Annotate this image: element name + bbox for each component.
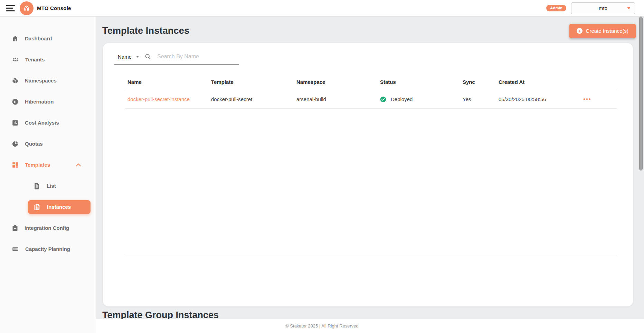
sidebar-item-label: Quotas <box>25 141 43 147</box>
namespace-cell: arsenal-build <box>294 96 378 102</box>
template-cell: docker-pull-secret <box>209 96 294 102</box>
search-input[interactable] <box>157 53 239 60</box>
table-empty-area <box>125 109 617 255</box>
sidebar-item-capacity-planning[interactable]: Capacity Planning <box>0 238 96 259</box>
sidebar-item-namespaces[interactable]: Namespaces <box>0 70 96 91</box>
tenant-dropdown-value: mto <box>599 5 607 11</box>
created-at-cell: 05/30/2025 00:58:56 <box>496 96 581 102</box>
sidebar-item-label: Tenants <box>25 57 45 62</box>
sidebar-item-hibernation[interactable]: Hibernation <box>0 91 96 112</box>
page-scrollbar-track[interactable] <box>638 17 644 333</box>
caret-down-icon <box>627 7 631 9</box>
page-title: Template Instances <box>102 26 189 36</box>
sidebar-item-templates[interactable]: Templates <box>0 154 96 175</box>
sidebar-item-label: Instances <box>47 204 71 210</box>
top-bar: MTO Console Admin mto <box>0 0 644 17</box>
hamburger-menu-icon[interactable] <box>6 5 15 11</box>
search-bar: Name <box>114 53 239 65</box>
bar-chart-icon <box>11 119 19 127</box>
sidebar-item-label: List <box>47 183 56 189</box>
sidebar-item-cost-analysis[interactable]: Cost Analysis <box>0 112 96 133</box>
role-badge: Admin <box>546 5 566 12</box>
pie-chart-icon <box>11 140 19 148</box>
copyright-text: © Stakater 2025 | All Right Reserved <box>285 323 359 329</box>
tenant-dropdown[interactable]: mto <box>571 2 635 14</box>
search-icon <box>144 53 151 60</box>
home-icon <box>11 35 19 42</box>
search-filter-dropdown[interactable]: Name <box>118 54 139 60</box>
instance-name-link[interactable]: docker-pull-secret-instance <box>125 96 209 102</box>
sidebar-item-templates-instances[interactable]: Instances <box>0 196 96 217</box>
sidebar-item-label: Cost Analysis <box>25 120 59 126</box>
barcode-icon <box>11 245 19 253</box>
sidebar-item-templates-list[interactable]: List <box>0 175 96 196</box>
create-instance-button-label: Create Instance(s) <box>586 28 628 34</box>
search-filter-value: Name <box>118 54 132 60</box>
sidebar-item-tenants[interactable]: Tenants <box>0 49 96 70</box>
grid-icon <box>11 161 19 169</box>
footer: © Stakater 2025 | All Right Reserved <box>0 319 644 333</box>
instances-card: Name Name Template Namespace Status Sync… <box>103 43 633 306</box>
table-row: docker-pull-secret-instance docker-pull-… <box>125 90 617 109</box>
logo-glyph-icon <box>22 4 31 12</box>
clipboard-code-icon <box>11 224 19 232</box>
sidebar-item-integration-config[interactable]: Integration Config <box>0 217 96 238</box>
column-header-status: Status <box>378 79 460 85</box>
sidebar-item-label: Hibernation <box>25 99 54 105</box>
mto-logo <box>20 1 34 15</box>
sync-cell: Yes <box>460 96 496 102</box>
document-icon <box>34 183 40 189</box>
sidebar-item-label: Templates <box>25 162 50 168</box>
column-header-created-at: Created At <box>496 79 581 85</box>
instances-table: Name Template Namespace Status Sync Crea… <box>125 74 617 255</box>
column-header-sync: Sync <box>460 79 496 85</box>
plus-circle-icon: + <box>577 28 583 34</box>
box-icon <box>11 77 19 85</box>
sidebar-item-label: Namespaces <box>25 78 57 84</box>
table-header-row: Name Template Namespace Status Sync Crea… <box>125 74 617 90</box>
sidebar: Dashboard Tenants Namespaces Hibernation… <box>0 17 96 333</box>
sidebar-item-dashboard[interactable]: Dashboard <box>0 28 96 49</box>
sidebar-item-quotas[interactable]: Quotas <box>0 133 96 154</box>
page-scrollbar-thumb[interactable] <box>639 17 643 170</box>
app-title: MTO Console <box>37 5 71 11</box>
pause-circle-icon <box>11 98 19 106</box>
sidebar-item-label: Integration Config <box>25 225 69 231</box>
check-circle-icon <box>380 96 386 102</box>
status-text: Deployed <box>391 96 413 102</box>
create-instance-button[interactable]: + Create Instance(s) <box>569 24 636 38</box>
column-header-namespace: Namespace <box>294 79 378 85</box>
column-header-template: Template <box>209 79 294 85</box>
status-cell: Deployed <box>378 96 460 102</box>
column-header-name: Name <box>125 79 209 85</box>
caret-down-icon <box>136 56 139 58</box>
active-nav-pill[interactable]: Instances <box>28 200 91 214</box>
documents-icon <box>34 203 40 210</box>
sidebar-item-label: Dashboard <box>25 36 52 41</box>
sidebar-item-label: Capacity Planning <box>25 246 70 252</box>
row-actions-menu-icon[interactable]: ••• <box>581 96 617 102</box>
people-icon <box>11 56 19 63</box>
page-header: Template Instances + Create Instance(s) <box>96 17 644 43</box>
main-content: Template Instances + Create Instance(s) … <box>96 17 644 333</box>
chevron-up-icon[interactable] <box>76 163 81 167</box>
